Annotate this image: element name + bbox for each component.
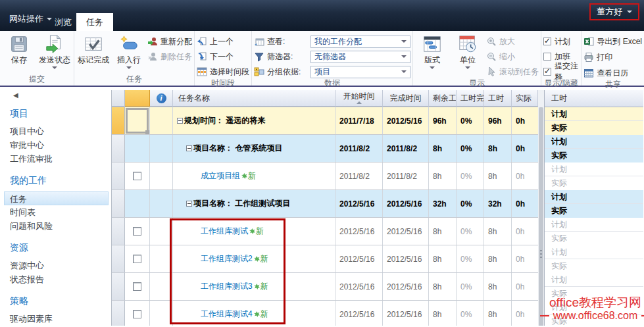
- sidebar-item-tasks[interactable]: 任务: [4, 191, 109, 205]
- sidebar-item-approval-center[interactable]: 审批中心: [10, 138, 111, 152]
- planned-checkbox[interactable]: 计划: [543, 35, 579, 48]
- active-cell[interactable]: [125, 107, 150, 134]
- sidebar-item-resource-center[interactable]: 资源中心: [10, 259, 111, 272]
- actual-cell: 0h: [512, 135, 538, 162]
- row-checkbox[interactable]: [133, 255, 141, 263]
- sidebar-item-timesheet[interactable]: 时间表: [10, 205, 111, 219]
- grid-splitter[interactable]: [538, 90, 545, 326]
- grid-row-project-group[interactable]: 项目名称： 仓管系统项目 2011/8/2 2011/8/2 8h 0% 8h …: [112, 135, 538, 163]
- right-column-header-work[interactable]: 工时: [545, 90, 643, 107]
- column-header-start[interactable]: 开始时间: [335, 90, 383, 107]
- checkbox-column-header[interactable]: [125, 90, 150, 107]
- row-selector[interactable]: [112, 163, 125, 189]
- sidebar-section-resources[interactable]: 资源: [10, 242, 111, 254]
- task-link[interactable]: 工作组库测试3: [201, 281, 253, 292]
- column-header-percent-complete[interactable]: 工时完成: [457, 90, 484, 107]
- group-name-cell[interactable]: 规划时间： 遥远的将来: [173, 107, 335, 134]
- collapse-icon[interactable]: [186, 201, 192, 207]
- task-link[interactable]: 工作组库测试2: [201, 253, 253, 264]
- units-button[interactable]: 单位: [451, 33, 485, 69]
- filter-select[interactable]: 无筛选器: [310, 51, 410, 63]
- select-period-button[interactable]: 选择时间段: [197, 65, 249, 78]
- sidebar-item-status-reports[interactable]: 状态报告: [10, 272, 111, 286]
- save-button[interactable]: 保存: [2, 33, 36, 66]
- info-column-header[interactable]: i: [150, 90, 173, 107]
- sidebar-item-workflow-approval[interactable]: 工作流审批: [10, 152, 111, 166]
- splitter-grip-icon: [540, 250, 542, 259]
- grid-row-task[interactable]: 成立项目组新 2011/8/2 2011/8/2 8h 0% 8h 0h: [112, 163, 538, 190]
- row-checkbox[interactable]: [133, 282, 141, 291]
- row-selector[interactable]: [112, 107, 125, 134]
- grid-row-planning-window[interactable]: 规划时间： 遥远的将来 2011/7/18 2012/5/16 96h 0% 9…: [112, 107, 538, 135]
- collapse-icon[interactable]: [186, 145, 192, 151]
- mark-complete-button[interactable]: 标记完成: [76, 33, 111, 66]
- actual-row-label: 实际: [545, 121, 643, 135]
- next-icon: [197, 51, 207, 62]
- row-selector[interactable]: [112, 301, 125, 326]
- chevron-down-icon: [430, 66, 435, 69]
- start-cell: 2011/8/2: [335, 163, 383, 189]
- row-selector[interactable]: [112, 190, 125, 217]
- view-calendar-button[interactable]: 查看日历: [583, 66, 642, 80]
- zoom-out-button[interactable]: 缩小: [486, 50, 539, 63]
- pct-cell: 0%: [457, 273, 484, 300]
- timephased-row: 计划 实际: [545, 301, 643, 326]
- print-button[interactable]: 打印: [583, 51, 642, 64]
- grid-row-task[interactable]: 工作组库测试2新 2012/5/16 2012/5/16 8h 0% 8h 0h: [112, 245, 538, 273]
- row-selector[interactable]: [112, 218, 125, 245]
- group-name-cell[interactable]: 项目名称： 仓管系统项目: [173, 135, 335, 162]
- row-checkbox[interactable]: [133, 172, 141, 180]
- row-checkbox[interactable]: [133, 310, 141, 318]
- layout-button[interactable]: 版式: [415, 33, 449, 69]
- column-header-finish[interactable]: 完成时间: [383, 90, 429, 107]
- insert-row-button[interactable]: 插入行: [112, 33, 146, 69]
- row-selector[interactable]: [112, 135, 125, 162]
- grid-row-task[interactable]: 工作组库测试3新 2012/5/16 2012/5/16 8h 0% 8h 0h: [112, 273, 538, 301]
- send-status-button[interactable]: 发送状态: [37, 33, 72, 69]
- calendar-icon: [583, 68, 594, 78]
- scroll-to-task-button[interactable]: 滚动到任务: [486, 65, 539, 78]
- view-select[interactable]: 我的工作分配: [310, 36, 410, 48]
- grid-row-task[interactable]: 工作组库测试新 2012/5/16 2012/5/16 8h 0% 8h 0h: [112, 218, 538, 245]
- ribbon-group-label: 显示/隐藏: [543, 78, 579, 88]
- user-menu[interactable]: 董方好: [589, 3, 639, 20]
- row-selector[interactable]: [112, 245, 125, 272]
- start-cell: 2012/5/16: [335, 245, 383, 272]
- task-link[interactable]: 工作组库测试4: [201, 309, 253, 320]
- column-header-task-name[interactable]: 任务名称: [173, 90, 335, 107]
- sidebar-item-issues-risks[interactable]: 问题和风险: [10, 219, 111, 233]
- ribbon-group-display: 版式 单位 放大 缩小: [413, 31, 541, 86]
- sidebar-section-projects[interactable]: 项目: [10, 108, 111, 120]
- zoom-out-icon: [486, 51, 497, 62]
- group-by-select[interactable]: 项目: [310, 66, 410, 78]
- column-header-actual-work[interactable]: 实际: [512, 90, 538, 107]
- finish-cell: 2012/5/16: [383, 273, 429, 300]
- sidebar-section-my-work[interactable]: 我的工作: [10, 175, 111, 187]
- submit-comments-checkbox[interactable]: 提交注释: [543, 65, 579, 78]
- row-selector[interactable]: [112, 273, 125, 300]
- task-link[interactable]: 成立项目组: [201, 170, 240, 182]
- collapse-icon[interactable]: [177, 118, 183, 124]
- timephased-row: 计划 实际: [545, 273, 643, 301]
- column-header-remaining-work[interactable]: 剩余工时: [429, 90, 457, 107]
- sidebar-item-driver-library[interactable]: 驱动因素库: [10, 312, 111, 326]
- group-name-cell[interactable]: 项目名称： 工作组测试项目: [173, 190, 335, 217]
- reassign-button[interactable]: 重新分配: [147, 35, 192, 48]
- next-button[interactable]: 下一个: [197, 50, 249, 63]
- grid-row-project-group[interactable]: 项目名称： 工作组测试项目 2012/5/16 2012/5/16 32h 0%…: [112, 190, 538, 218]
- zoom-in-button[interactable]: 放大: [486, 35, 539, 48]
- column-header-work[interactable]: 工时: [484, 90, 512, 107]
- delete-task-button[interactable]: 删除任务: [147, 50, 192, 63]
- task-link[interactable]: 工作组库测试: [201, 226, 248, 237]
- sidebar-section-strategy[interactable]: 策略: [10, 295, 111, 307]
- grid-row-task[interactable]: 工作组库测试4新 2012/5/16 2012/5/16 8h 0% 8h 0h: [112, 301, 538, 326]
- previous-button[interactable]: 上一个: [197, 35, 249, 48]
- tab-tasks[interactable]: 任务: [76, 13, 113, 31]
- export-excel-button[interactable]: 导出到 Excel: [583, 35, 642, 48]
- row-checkbox[interactable]: [133, 227, 141, 236]
- actual-cell: 0h: [512, 190, 538, 217]
- sidebar-item-project-center[interactable]: 项目中心: [10, 124, 111, 138]
- start-cell: 2011/8/2: [335, 135, 383, 162]
- sidebar-collapse-icon[interactable]: ◀: [13, 91, 111, 99]
- row-selector-header[interactable]: [112, 90, 125, 107]
